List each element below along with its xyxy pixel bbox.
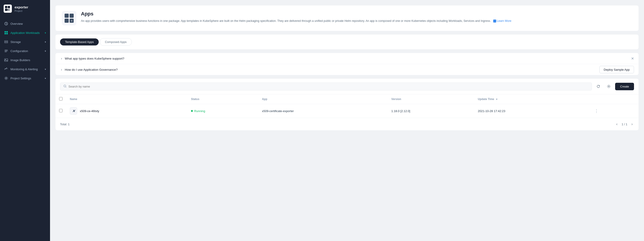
apps-header-text: Apps An app provides users with comprehe… (81, 11, 632, 23)
row-app-cell: x509-certificate-exporter (258, 104, 388, 118)
row-more-actions-button[interactable]: ⋮ (592, 108, 600, 114)
table-col-app: App (258, 94, 388, 104)
deploy-sample-app-button[interactable]: Deploy Sample App (600, 66, 634, 74)
table-header-checkbox (56, 94, 66, 104)
status-dot (191, 110, 193, 112)
sidebar-item-workloads-label: Application Workloads (10, 31, 42, 34)
refresh-button[interactable] (594, 82, 602, 90)
row-actions-cell: ⋮ (589, 104, 638, 118)
sidebar-header: + exporter Project (0, 0, 50, 17)
sidebar-item-image-builders[interactable]: Image Builders (0, 56, 50, 64)
table-row: ✕ x509-ce-46tvty Running x509-certificat… (56, 104, 638, 118)
table-col-actions (589, 94, 638, 104)
pagination-row: Total: 1 ‹ 1 / 1 › (56, 118, 638, 130)
row-checkbox[interactable] (59, 109, 62, 112)
pagination-info: 1 / 1 (622, 122, 627, 126)
svg-point-16 (608, 86, 609, 87)
tabs-card: Template-Based Apps Composed Apps (56, 34, 638, 49)
apps-description: An app provides users with comprehensive… (81, 19, 632, 23)
create-button[interactable]: Create (615, 83, 634, 90)
tab-template-based[interactable]: Template-Based Apps (60, 38, 99, 46)
faq-item-2[interactable]: › How do I use Application Governance? D… (56, 64, 638, 75)
svg-rect-10 (4, 41, 8, 42)
table-toolbar: Create (56, 79, 638, 94)
apps-icon-box: + (62, 11, 76, 26)
row-status-cell: Running (188, 104, 258, 118)
monitor-icon (4, 67, 8, 71)
storage-icon (4, 40, 8, 44)
sidebar-item-application-workloads[interactable]: Application Workloads ▾ (0, 28, 50, 37)
svg-rect-8 (4, 33, 6, 34)
sidebar-item-storage[interactable]: Storage ▾ (0, 37, 50, 46)
sidebar: + exporter Project Overview Application … (0, 0, 50, 241)
tabs-row: Template-Based Apps Composed Apps (56, 34, 638, 49)
apps-icon-cell-2 (70, 14, 74, 18)
svg-rect-11 (4, 42, 8, 43)
tab-composed-apps[interactable]: Composed Apps (100, 38, 132, 46)
sidebar-item-configuration[interactable]: Configuration ▾ (0, 46, 50, 56)
faq-item-1[interactable]: › What app types does KubeSphere support… (56, 53, 638, 64)
pagination-controls: ‹ 1 / 1 › (615, 121, 634, 127)
sidebar-item-monitoring-alerting[interactable]: Monitoring & Alerting ▾ (0, 64, 50, 74)
svg-rect-12 (4, 59, 8, 62)
search-box (60, 82, 592, 90)
chevron-down-icon: ▾ (45, 41, 46, 43)
row-update-time-cell: 2021-10-28 17:42:23 (474, 104, 589, 118)
table-body: ✕ x509-ce-46tvty Running x509-certificat… (56, 104, 638, 118)
apps-header-card: + Apps An app provides users with compre… (56, 6, 638, 31)
project-name: exporter (14, 5, 28, 9)
project-type: Project (14, 10, 28, 12)
sidebar-logo: + (4, 4, 12, 13)
chevron-down-icon: ▾ (45, 50, 46, 52)
settings-column-button[interactable] (605, 82, 613, 90)
apps-title: Apps (81, 11, 632, 17)
app-name[interactable]: x509-ce-46tvty (80, 109, 99, 113)
faq-question-2: How do I use Application Governance? (65, 68, 633, 72)
svg-rect-6 (4, 31, 6, 32)
table-header: Name Status App Version Update Time ▼ (56, 94, 638, 104)
search-icon (64, 84, 67, 88)
status-badge: Running (191, 109, 255, 113)
faq-close-button[interactable]: ✕ (631, 56, 634, 61)
apps-description-text: An app provides users with comprehensive… (81, 19, 491, 22)
sidebar-item-storage-label: Storage (10, 40, 42, 44)
table-col-version: Version (388, 94, 474, 104)
sidebar-item-configuration-label: Configuration (10, 49, 42, 53)
app-name-cell: ✕ x509-ce-46tvty (70, 107, 184, 114)
table-card: Create Name Status App Version Update Ti… (56, 79, 638, 130)
table-col-update-time[interactable]: Update Time ▼ (474, 94, 589, 104)
chevron-down-icon: ▾ (45, 32, 46, 34)
apps-icon-cell-3 (64, 19, 69, 23)
learn-more-link[interactable]: Learn More (497, 19, 512, 22)
data-table: Name Status App Version Update Time ▼ (56, 94, 638, 118)
select-all-checkbox[interactable] (59, 97, 62, 100)
row-name-cell: ✕ x509-ce-46tvty (66, 104, 188, 118)
sidebar-item-image-builders-label: Image Builders (10, 58, 46, 62)
chevron-right-icon: › (61, 56, 62, 60)
clock-icon (4, 22, 8, 26)
svg-point-14 (6, 78, 7, 79)
search-input[interactable] (68, 85, 588, 88)
chevron-down-icon: ▾ (45, 77, 46, 80)
settings-icon (4, 76, 8, 80)
row-version-cell: 1.18.0 [2.12.0] (388, 104, 474, 118)
sort-desc-icon: ▼ (496, 98, 498, 100)
table-col-name: Name (66, 94, 188, 104)
pagination-next-button[interactable]: › (630, 121, 634, 127)
learn-more-icon (493, 20, 496, 22)
svg-rect-9 (6, 33, 8, 34)
faq-card: › What app types does KubeSphere support… (56, 53, 638, 75)
sidebar-item-project-settings-label: Project Settings (10, 76, 42, 80)
chevron-down-icon: ▾ (45, 68, 46, 70)
row-checkbox-cell (56, 104, 66, 118)
sidebar-item-project-settings[interactable]: Project Settings ▾ (0, 74, 50, 83)
pagination-prev-button[interactable]: ‹ (615, 121, 619, 127)
apps-icon-cell-plus: + (70, 19, 74, 23)
table-col-status: Status (188, 94, 258, 104)
image-icon (4, 58, 8, 62)
table-col-update-time-label: Update Time (478, 98, 494, 101)
main-content: + Apps An app provides users with compre… (50, 0, 644, 241)
sidebar-item-overview[interactable]: Overview (0, 19, 50, 28)
status-text: Running (194, 109, 205, 113)
apps-icon-grid: + (64, 14, 74, 23)
